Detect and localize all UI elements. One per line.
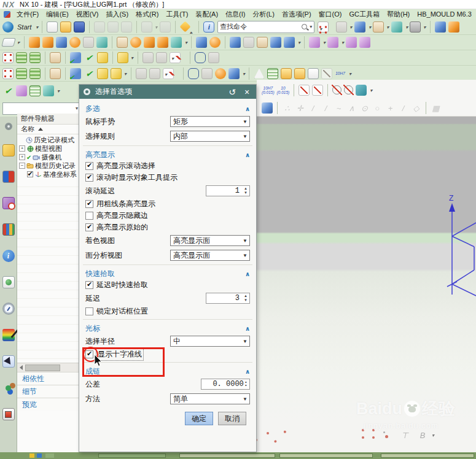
sketch-grid-icon[interactable] [29,85,41,96]
face-analysis-dropdown[interactable]: 高亮显示面 [170,250,250,261]
rollover-delay-spinner[interactable]: 1 ▲▼ [206,185,250,196]
snap-tangent-icon[interactable]: / [398,102,408,114]
revolve-icon[interactable] [42,37,53,48]
snap-face-icon[interactable]: ◇ [411,102,421,114]
section-cursor[interactable]: 光标 ∧ [85,322,250,334]
datum-plane-icon[interactable] [196,37,207,48]
radial-leader-icon[interactable] [298,85,310,96]
name-column-header[interactable]: 名称 [17,125,80,134]
show-crosshairs-checkbox[interactable] [85,350,93,358]
section-chaining[interactable]: 成链 ∧ [85,365,250,377]
chevron-up-icon[interactable]: ∧ [245,106,250,112]
layer-visible-icon[interactable] [16,68,27,79]
snap-spline-pole-icon[interactable]: ∧ [346,102,357,114]
selection-rule-dropdown[interactable]: 内部 [170,131,250,142]
rollover-tooltip-checkbox[interactable] [85,174,93,182]
menu-item[interactable]: GC工具箱 [345,10,383,19]
chevron-down-icon[interactable] [241,238,249,244]
roles-gear-icon[interactable] [5,123,12,130]
chevron-down-icon[interactable] [241,119,249,125]
dialog-close-icon[interactable]: × [242,87,252,97]
render-style-icon[interactable] [336,21,347,33]
menu-item[interactable]: 装配(A) [192,10,222,19]
pyramid-icon[interactable] [270,37,281,48]
menu-item[interactable]: 工具(T) [162,10,192,19]
scroll-left-arrow[interactable] [20,365,23,370]
window-icon[interactable] [410,21,421,33]
undo-icon[interactable] [141,21,152,33]
tree-item-model-views[interactable]: + 模型视图 [17,144,80,153]
check-body-icon[interactable] [70,68,81,79]
layer-book-icon[interactable] [29,68,41,79]
menu-item[interactable]: 视图(V) [72,10,103,19]
annotation-icon[interactable] [50,52,61,63]
wireframe-cube-icon[interactable] [284,37,295,48]
ruled-surface-icon[interactable] [136,68,147,79]
thick-lines-checkbox[interactable] [85,200,93,208]
roles-people-icon[interactable] [2,382,15,394]
bounded-plane-icon[interactable] [230,37,241,48]
scrollbar-thumb[interactable] [25,364,60,371]
layer-category-icon[interactable] [29,52,41,63]
measure-distance-icon[interactable] [142,52,154,63]
mouse-gesture-dropdown[interactable]: 矩形 [170,116,250,127]
sketch-profile-icon[interactable]: ⊤ [399,430,411,440]
snap-point-icon[interactable]: + [385,102,396,114]
menu-item[interactable]: 插入(S) [102,10,132,19]
delete-face-icon[interactable] [327,37,338,48]
tolerance-input[interactable]: 0. 0000: [201,379,250,390]
datum-csys-wireframe[interactable]: Z [424,192,476,303]
sketch-fillet-icon[interactable] [310,431,322,441]
sketch-line-icon[interactable] [256,430,268,440]
chevron-up-icon[interactable]: ∧ [245,152,250,158]
shell-icon[interactable] [96,37,107,48]
chevron-up-icon[interactable]: ∧ [245,368,250,375]
method-dropdown[interactable]: 简单 [170,393,250,404]
highlight-rollover-checkbox[interactable] [85,162,93,170]
sketch-icon[interactable] [1,38,15,47]
menu-item[interactable]: 文件(F) [13,10,42,19]
sort-ascending-icon[interactable] [38,128,43,131]
pattern-folder-icon[interactable] [281,68,292,79]
sheet-list-icon[interactable] [308,68,319,79]
section-multiselect[interactable]: 多选 ∧ [85,102,250,115]
selection-wizard-icon[interactable] [2,355,15,368]
menu-item[interactable]: 帮助(H) [383,10,413,19]
pattern-feature-icon[interactable] [130,37,141,48]
sketch-chamfer-icon[interactable] [327,431,340,441]
constraint-navigator-icon[interactable] [2,171,15,183]
move-face-icon[interactable] [309,37,320,48]
shaded-view-dropdown[interactable]: 高亮显示面 [170,235,250,246]
snap-circle-icon[interactable]: ○ [372,102,383,114]
tree-item-model-history[interactable]: − 模型历史记录 [17,161,80,170]
trim-body-icon[interactable] [157,37,168,48]
check-section-icon[interactable] [97,68,108,79]
hole-icon[interactable] [56,37,67,48]
snap-curve-icon[interactable]: ~ [334,102,344,114]
parts-folder-icon[interactable] [294,68,305,79]
expressions-db-icon[interactable] [195,52,206,63]
radius-dim-icon[interactable] [312,85,323,96]
diameter-dim2-icon[interactable] [344,85,353,94]
copy-icon[interactable] [107,21,119,33]
chamfer-icon[interactable] [83,37,94,48]
fit-tolerance-icon[interactable]: 10H7 [335,68,346,79]
replace-face-icon[interactable] [346,37,357,48]
deviation-gauge-icon[interactable] [170,52,181,63]
face-edges-icon[interactable] [373,21,384,33]
bell-feature-icon[interactable] [209,37,220,48]
verify-tool-icon[interactable] [84,52,95,63]
section-quickpick[interactable]: 快速拾取 ∧ [85,268,250,280]
spinner-arrows[interactable]: ▲▼ [242,294,249,303]
examine-geometry-icon[interactable] [70,52,81,63]
save-icon[interactable] [74,21,85,33]
tree-item-datum-csys[interactable]: 基准坐标系 [17,170,80,179]
check-mate-icon[interactable] [97,52,108,63]
sketch-corner-icon[interactable] [345,431,357,441]
return-icon[interactable] [356,85,367,96]
sketch-list-icon[interactable] [16,85,27,96]
import-icon[interactable] [448,21,459,33]
cancel-button[interactable]: 取消 [218,412,246,425]
combo-caret[interactable]: ▾ [76,106,78,111]
sketch-extend-icon[interactable] [457,430,469,440]
